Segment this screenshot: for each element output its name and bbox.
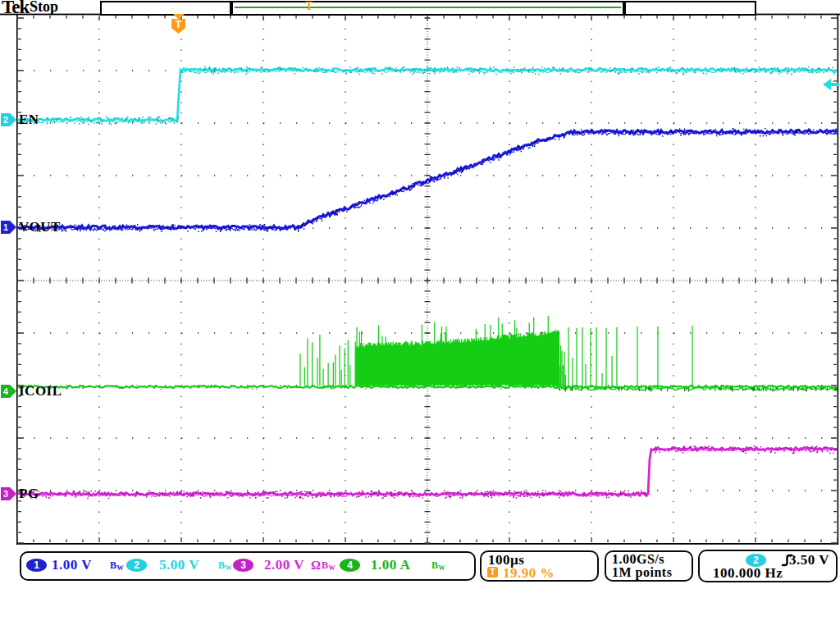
trigger-level-arrow-icon [823,79,839,90]
trigger-arrow-down-icon [173,14,185,20]
channel-1-scale: 1.00 V [52,557,92,573]
channel-2-bandwidth-icon: BW [218,559,232,572]
topbar-box-right [624,1,756,16]
channel-1-label: VOUT [19,219,61,235]
trigger-frequency-readout: 100.000 Hz [713,565,783,582]
trigger-position-icon: T [487,567,498,578]
trigger-position-marker-icon: T [171,14,187,35]
channel-3-bandwidth-icon: BW [322,559,336,572]
trigger-t-badge: T [171,19,185,34]
oscilloscope-screen: Tek Stop T T 2 EN 1 VOUT 4 ICOIL 3 PG 1 … [0,0,840,630]
channel-3-label: PG [19,486,39,502]
channel-2-scale: 5.00 V [159,557,199,573]
record-length-readout: 1M points [612,565,672,580]
acquisition-readout-box[interactable]: 1.00GS/s 1M points [605,550,693,582]
channel-1-bandwidth-icon: BW [110,559,124,572]
channel-4-bandwidth-icon: BW [431,559,445,572]
channel-4-scale: 1.00 A [371,557,410,573]
tek-logo: Tek [2,0,29,18]
channel-readouts-box[interactable]: 1 1.00 V BW 2 5.00 V BW 3 2.00 V Ω BW 4 … [20,551,476,581]
preview-trigger-position-icon: T [305,1,313,12]
trigger-readout-box[interactable]: 2 3.50 V 100.000 Hz [698,550,838,582]
channel-2-label: EN [19,112,39,128]
preview-waveform-line [235,7,621,8]
channel-3-scale: 2.00 V [264,557,304,573]
trigger-level-readout: 3.50 V [789,552,829,568]
acquisition-preview: T [231,1,624,16]
trigger-position-readout: 19.90 % [503,565,555,582]
channel-1-badge: 1 [26,559,47,572]
acquisition-status: Stop [30,0,58,16]
channel-4-badge: 4 [340,559,360,572]
channel-2-badge: 2 [126,559,147,572]
channel-4-label: ICOIL [19,383,62,399]
channel-3-badge: 3 [233,559,253,572]
channel-3-impedance-icon: Ω [311,559,322,573]
horizontal-readout-box[interactable]: 100µs T 19.90 % [480,550,599,582]
waveform-display [0,0,840,630]
topbar-box-left [100,1,231,16]
trigger-level-arrow-bar [830,83,839,86]
